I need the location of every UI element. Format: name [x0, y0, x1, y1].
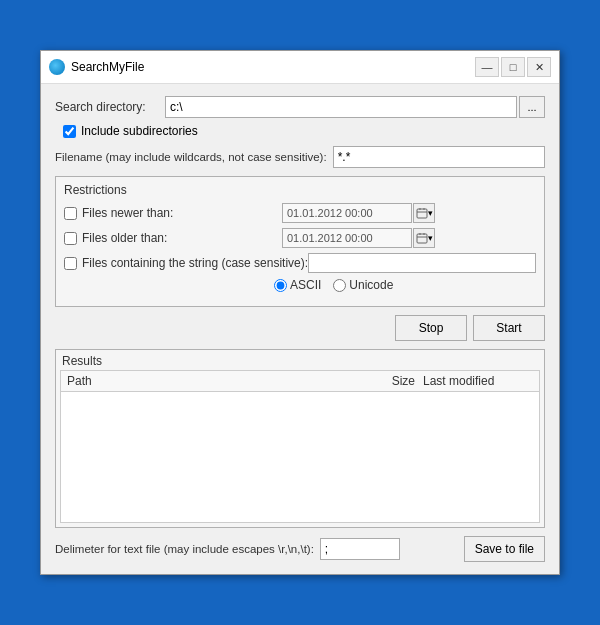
unicode-radio[interactable]: [333, 279, 346, 292]
files-older-row: Files older than: ▾: [64, 228, 536, 248]
window-controls: — □ ✕: [475, 57, 551, 77]
delimiter-label: Delimeter for text file (may include esc…: [55, 543, 314, 555]
app-icon: [49, 59, 65, 75]
files-newer-row: Files newer than: ▾: [64, 203, 536, 223]
files-older-label[interactable]: Files older than:: [82, 231, 282, 245]
files-older-calendar-button[interactable]: ▾: [413, 228, 435, 248]
search-directory-row: Search directory: ...: [55, 96, 545, 118]
start-button[interactable]: Start: [473, 315, 545, 341]
include-subdirectories-row: Include subdirectories: [55, 124, 545, 138]
delimiter-input[interactable]: [320, 538, 400, 560]
browse-button[interactable]: ...: [519, 96, 545, 118]
ascii-label: ASCII: [290, 278, 321, 292]
files-containing-checkbox[interactable]: [64, 257, 77, 270]
results-group: Results Path Size Last modified: [55, 349, 545, 528]
restrictions-group: Restrictions Files newer than: ▾: [55, 176, 545, 307]
results-list: [61, 392, 539, 522]
ascii-radio[interactable]: [274, 279, 287, 292]
filename-label: Filename (may include wildcards, not cas…: [55, 151, 327, 163]
maximize-button[interactable]: □: [501, 57, 525, 77]
search-directory-input[interactable]: [165, 96, 517, 118]
calendar-icon-2: [416, 232, 428, 244]
restrictions-legend: Restrictions: [64, 183, 536, 197]
window-title: SearchMyFile: [71, 60, 475, 74]
files-older-checkbox[interactable]: [64, 232, 77, 245]
minimize-button[interactable]: —: [475, 57, 499, 77]
results-header: Path Size Last modified: [61, 371, 539, 392]
files-newer-checkbox[interactable]: [64, 207, 77, 220]
files-containing-label[interactable]: Files containing the string (case sensit…: [82, 256, 308, 270]
stop-button[interactable]: Stop: [395, 315, 467, 341]
files-newer-calendar-button[interactable]: ▾: [413, 203, 435, 223]
close-button[interactable]: ✕: [527, 57, 551, 77]
results-wrapper: Path Size Last modified: [56, 370, 544, 527]
filename-row: Filename (may include wildcards, not cas…: [55, 146, 545, 168]
files-newer-date-input[interactable]: [282, 203, 412, 223]
size-column-header: Size: [373, 374, 423, 388]
results-area: Path Size Last modified: [60, 370, 540, 523]
title-bar: SearchMyFile — □ ✕: [41, 51, 559, 84]
svg-rect-4: [417, 234, 427, 243]
content-area: Search directory: ... Include subdirecto…: [41, 84, 559, 574]
action-buttons-row: Stop Start: [55, 315, 545, 341]
unicode-label: Unicode: [349, 278, 393, 292]
calendar-icon: [416, 207, 428, 219]
filename-input[interactable]: [333, 146, 545, 168]
files-containing-input[interactable]: [308, 253, 536, 273]
files-older-date-input[interactable]: [282, 228, 412, 248]
bottom-row: Delimeter for text file (may include esc…: [55, 536, 545, 562]
save-to-file-button[interactable]: Save to file: [464, 536, 545, 562]
unicode-radio-label[interactable]: Unicode: [333, 278, 393, 292]
files-newer-label[interactable]: Files newer than:: [82, 206, 282, 220]
last-modified-column-header: Last modified: [423, 374, 533, 388]
main-window: SearchMyFile — □ ✕ Search directory: ...…: [40, 50, 560, 575]
include-subdirectories-label[interactable]: Include subdirectories: [81, 124, 198, 138]
files-containing-row: Files containing the string (case sensit…: [64, 253, 536, 273]
ascii-radio-label[interactable]: ASCII: [274, 278, 321, 292]
path-column-header: Path: [67, 374, 373, 388]
include-subdirectories-checkbox[interactable]: [63, 125, 76, 138]
encoding-row: ASCII Unicode: [64, 278, 536, 292]
results-legend: Results: [56, 350, 544, 370]
search-directory-label: Search directory:: [55, 100, 165, 114]
svg-rect-0: [417, 209, 427, 218]
